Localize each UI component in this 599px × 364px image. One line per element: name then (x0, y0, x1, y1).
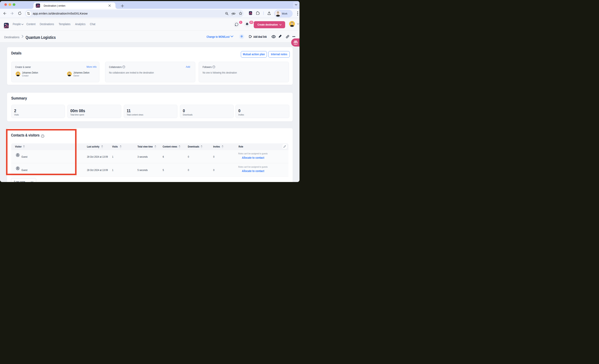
svg-text:?: ? (213, 66, 214, 68)
svg-text:?: ? (123, 66, 124, 68)
